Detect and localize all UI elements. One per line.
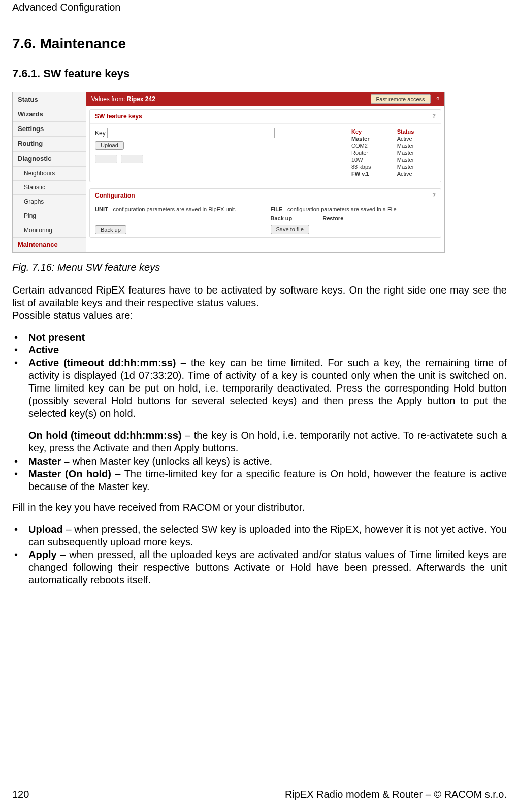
status-cell: Master — [395, 164, 436, 171]
status-master-hold-label: Master (On hold) — [28, 468, 111, 479]
screenshot-header: Values from: Ripex 242 Fast remote acces… — [86, 92, 444, 106]
actions-list: Upload – when pressed, the selected SW k… — [12, 523, 507, 587]
file-label: FILE — [271, 206, 283, 212]
sw-feature-keys-card: SW feature keys ? Key Upload — [89, 109, 441, 182]
list-item: Not present — [12, 331, 507, 344]
list-item: Active (timeout dd:hh:mm:ss) – the key c… — [12, 356, 507, 454]
status-active: Active — [28, 344, 59, 355]
sidebar-item-neighbours[interactable]: Neighbours — [13, 167, 86, 181]
page-number: 120 — [12, 788, 29, 801]
list-item: Apply – when pressed, all the uploaded k… — [12, 548, 507, 587]
sidebar-item-wizards[interactable]: Wizards — [13, 107, 86, 122]
backup-button[interactable]: Back up — [95, 225, 126, 235]
status-values-list: Not present Active Active (timeout dd:hh… — [12, 331, 507, 493]
ghost-button[interactable] — [95, 155, 117, 163]
key-cell: 10W — [349, 157, 395, 164]
sidebar-item-graphs[interactable]: Graphs — [13, 195, 86, 209]
header-prefix: Values from: — [91, 95, 125, 103]
unit-text: - configuration parameters are saved in … — [108, 206, 237, 212]
configuration-card: Configuration ? UNIT - configuration par… — [89, 188, 441, 238]
sidebar-item-settings[interactable]: Settings — [13, 122, 86, 137]
sidebar-item-maintenance[interactable]: Maintenance — [13, 238, 86, 252]
fast-remote-access-button[interactable]: Fast remote access — [371, 94, 431, 104]
intro-paragraph-2: Possible status values are: — [12, 309, 507, 322]
key-cell: 83 kbps — [349, 164, 395, 171]
subsection-heading: 7.6.1. SW feature keys — [12, 67, 507, 81]
action-apply-text: – when pressed, all the uploaded keys ar… — [28, 549, 507, 586]
fill-key-paragraph: Fill in the key you have received from R… — [12, 501, 507, 514]
status-master-text: when Master key (unlocks all keys) is ac… — [70, 456, 272, 467]
status-active-timeout-label: Active (timeout dd:hh:mm:ss) — [28, 357, 176, 368]
intro-paragraph-1: Certain advanced RipEX features have to … — [12, 284, 507, 309]
th-key: Key — [349, 128, 395, 136]
section-heading: 7.6. Maintenance — [12, 35, 507, 52]
status-cell: Master — [395, 157, 436, 164]
upload-button[interactable]: Upload — [95, 141, 124, 150]
key-cell: Master — [349, 136, 395, 143]
figure-screenshot: Status Wizards Settings Routing Diagnost… — [12, 92, 507, 253]
keys-status-table: KeyStatus MasterActive COM2Master Router… — [349, 128, 436, 178]
header-values-from: Values from: Ripex 242 — [91, 95, 155, 103]
key-cell: Router — [349, 150, 395, 157]
figure-caption: Fig. 7.16: Menu SW feature keys — [12, 261, 507, 274]
help-icon[interactable]: ? — [432, 113, 436, 120]
help-icon[interactable]: ? — [436, 96, 439, 102]
list-item: Active — [12, 344, 507, 356]
list-item: Upload – when pressed, the selected SW k… — [12, 523, 507, 548]
sidebar-item-ping[interactable]: Ping — [13, 209, 86, 223]
backup-header: Back up — [271, 215, 293, 222]
unit-label: UNIT — [95, 206, 108, 212]
help-icon[interactable]: ? — [432, 192, 436, 200]
running-head: Advanced Configuration — [12, 0, 507, 14]
header-device-name: Ripex 242 — [127, 95, 155, 103]
footer-copyright: RipEX Radio modem & Router – © RACOM s.r… — [285, 788, 507, 801]
th-status: Status — [395, 128, 436, 136]
sidebar-item-diagnostic[interactable]: Diagnostic — [13, 152, 86, 167]
status-cell: Active — [395, 171, 436, 178]
status-master-label: Master – — [28, 456, 70, 467]
status-cell: Active — [395, 136, 436, 143]
status-not-present: Not present — [28, 332, 85, 343]
ghost-button[interactable] — [121, 155, 143, 163]
action-upload-text: – when pressed, the selected SW key is u… — [28, 524, 507, 547]
page-footer: 120 RipEX Radio modem & Router – © RACOM… — [12, 787, 507, 801]
key-field-label: Key — [95, 129, 106, 137]
card-title-sw-keys: SW feature keys — [95, 113, 142, 120]
list-item: Master – when Master key (unlocks all ke… — [12, 455, 507, 468]
card-title-config: Configuration — [95, 192, 135, 200]
status-on-hold-label: On hold (timeout dd:hh:mm:ss) — [28, 430, 182, 441]
save-to-file-button[interactable]: Save to file — [271, 225, 309, 234]
sidebar-item-monitoring[interactable]: Monitoring — [13, 223, 86, 238]
sidebar-item-routing[interactable]: Routing — [13, 137, 86, 151]
sidebar-item-statistic[interactable]: Statistic — [13, 181, 86, 195]
restore-header: Restore — [322, 215, 343, 222]
key-input[interactable] — [107, 128, 275, 138]
screenshot-ui: Status Wizards Settings Routing Diagnost… — [12, 92, 445, 253]
key-cell: FW v.1 — [349, 171, 395, 178]
status-cell: Master — [395, 150, 436, 157]
screenshot-sidebar: Status Wizards Settings Routing Diagnost… — [13, 92, 86, 253]
key-cell: COM2 — [349, 143, 395, 150]
file-text: - configuration parameters are saved in … — [282, 206, 396, 212]
status-cell: Master — [395, 143, 436, 150]
action-apply-label: Apply — [28, 549, 57, 560]
sidebar-item-status[interactable]: Status — [13, 92, 86, 107]
list-item: Master (On hold) – The time-limited key … — [12, 468, 507, 493]
action-upload-label: Upload — [28, 524, 63, 535]
